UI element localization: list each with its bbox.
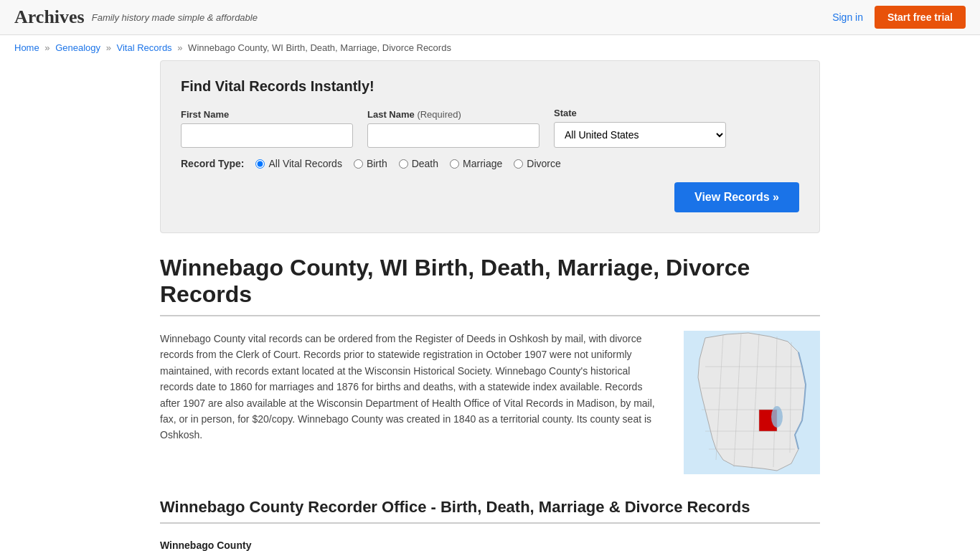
logo-text: Archives [14, 6, 85, 27]
first-name-label: First Name [181, 109, 353, 120]
header-right: Sign in Start free trial [832, 6, 966, 29]
radio-death[interactable] [399, 159, 408, 169]
radio-birth[interactable] [354, 159, 363, 169]
state-select[interactable]: All United States Wisconsin Illinois Min… [554, 122, 726, 148]
breadcrumb-sep-1: » [44, 42, 50, 53]
breadcrumb: Home » Genealogy » Vital Records » Winne… [0, 35, 980, 60]
view-records-button[interactable]: View Records » [674, 182, 799, 212]
last-name-field-group: Last Name (Required) [367, 109, 540, 148]
content-area: Winnebago County vital records can be or… [160, 331, 820, 476]
radio-divorce[interactable] [514, 159, 523, 169]
radio-marriage-label: Marriage [463, 158, 502, 169]
address-block: Winnebago County PO Box 2808 Oshkosh, WI… [160, 537, 820, 551]
state-label: State [554, 108, 726, 118]
record-type-label: Record Type: [181, 158, 244, 169]
site-header: Archives Family history made simple & af… [0, 0, 980, 35]
sign-in-link[interactable]: Sign in [832, 11, 863, 23]
search-form-title: Find Vital Records Instantly! [181, 78, 799, 95]
record-type-marriage[interactable]: Marriage [450, 158, 502, 169]
record-type-all[interactable]: All Vital Records [255, 158, 341, 169]
last-name-label: Last Name (Required) [367, 109, 540, 120]
description-text: Winnebago County vital records can be or… [160, 331, 662, 476]
main-content: Find Vital Records Instantly! First Name… [146, 60, 834, 551]
radio-divorce-label: Divorce [527, 158, 560, 169]
breadcrumb-home[interactable]: Home [14, 42, 39, 53]
radio-all-label: All Vital Records [268, 158, 341, 169]
last-name-input[interactable] [367, 123, 540, 148]
record-type-death[interactable]: Death [399, 158, 438, 169]
record-type-row: Record Type: All Vital Records Birth Dea… [181, 158, 799, 169]
page-title: Winnebago County, WI Birth, Death, Marri… [160, 255, 820, 316]
radio-death-label: Death [412, 158, 438, 169]
start-trial-button[interactable]: Start free trial [875, 6, 966, 29]
breadcrumb-current: Winnebago County, WI Birth, Death, Marri… [188, 42, 451, 53]
breadcrumb-sep-3: » [177, 42, 182, 53]
logo-tagline: Family history made simple & affordable [92, 12, 258, 23]
wisconsin-map [684, 331, 820, 474]
breadcrumb-sep-2: » [106, 42, 111, 53]
site-logo: Archives [14, 6, 85, 28]
svg-point-12 [771, 406, 783, 428]
required-note: (Required) [417, 109, 461, 120]
first-name-input[interactable] [181, 123, 353, 148]
search-fields-row: First Name Last Name (Required) State Al… [181, 108, 799, 148]
recorder-section-heading: Winnebago County Recorder Office - Birth… [160, 498, 820, 524]
breadcrumb-vital-records[interactable]: Vital Records [117, 42, 172, 53]
record-type-divorce[interactable]: Divorce [514, 158, 560, 169]
radio-marriage[interactable] [450, 159, 459, 169]
header-left: Archives Family history made simple & af… [14, 6, 258, 28]
radio-all[interactable] [255, 159, 265, 169]
record-type-birth[interactable]: Birth [354, 158, 387, 169]
radio-birth-label: Birth [367, 158, 387, 169]
search-form-container: Find Vital Records Instantly! First Name… [160, 60, 820, 233]
record-type-options: All Vital Records Birth Death Marriage D… [255, 158, 560, 169]
state-field-group: State All United States Wisconsin Illino… [554, 108, 726, 148]
map-area [684, 331, 820, 476]
county-name: Winnebago County [160, 540, 251, 551]
breadcrumb-genealogy[interactable]: Genealogy [55, 42, 100, 53]
first-name-field-group: First Name [181, 109, 353, 148]
